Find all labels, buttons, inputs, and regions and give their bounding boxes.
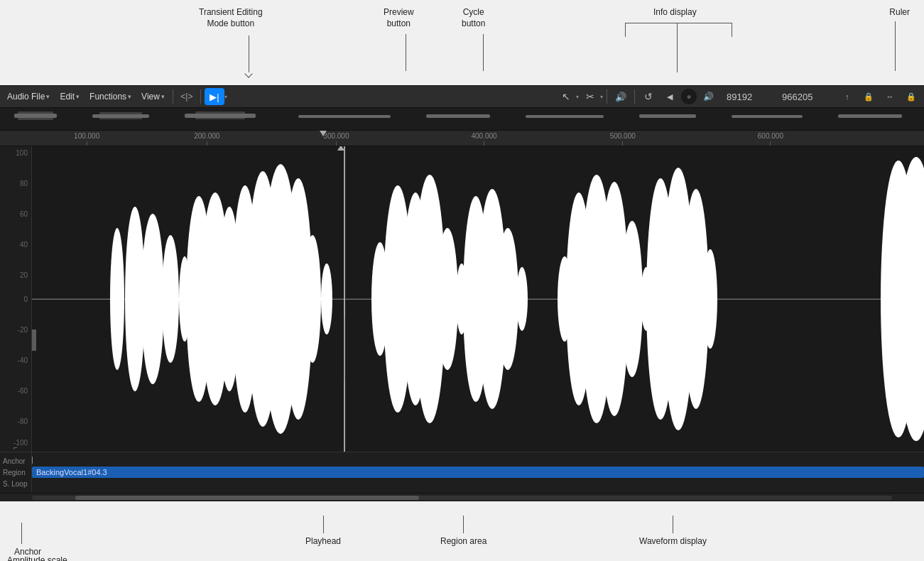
svg-rect-6 [195, 111, 245, 119]
toolbar-separator-4 [634, 89, 635, 104]
view-menu[interactable]: View ▾ [137, 90, 169, 103]
svg-rect-11 [732, 115, 803, 118]
sloop-label: S. Loop [0, 480, 31, 488]
track-labels: Anchor Region S. Loop [0, 452, 32, 493]
overview-waveform-svg [0, 108, 924, 130]
anchor-marker [32, 457, 33, 464]
embed-button[interactable]: <|> [177, 88, 197, 105]
playhead-marker [337, 146, 344, 151]
audio-file-menu[interactable]: Audio File ▾ [3, 90, 54, 103]
svg-rect-2 [18, 111, 53, 120]
ruler-tick-line-600 [770, 141, 771, 146]
ruler-annotation: Ruler [889, 7, 910, 17]
amp-neg60: -60 [18, 387, 28, 395]
svg-rect-7 [298, 115, 391, 118]
waveform-display-annotation: Waveform display [639, 516, 707, 546]
ruler-tick-line-300 [336, 141, 337, 146]
scissors-tool[interactable]: ✂ [580, 88, 600, 105]
track-region-area[interactable]: BackingVocal1#04.3 [32, 452, 924, 493]
amp-100: 100 [16, 148, 28, 156]
ruler-tick-line-500 [622, 141, 623, 146]
ruler-tick-line-100 [87, 141, 87, 146]
anchor-annotation: Anchor [14, 523, 41, 557]
ruler-tick-600: 600.000 [758, 132, 783, 140]
main-area: 100 80 60 40 20 0 -20 -40 -60 -80 -100 ⌐ [0, 146, 924, 452]
cycle-button-annotation: Cycle button [462, 7, 485, 29]
scrollbar-track[interactable] [32, 496, 892, 500]
edit-chevron: ▾ [76, 93, 80, 100]
svg-rect-10 [639, 114, 696, 118]
scrollbar-thumb[interactable] [75, 496, 419, 500]
svg-rect-8 [426, 114, 490, 118]
sloop-track-row [32, 479, 924, 491]
ruler-tick-400: 400.000 [472, 132, 497, 140]
svg-rect-12 [838, 114, 902, 118]
anchor-label: Anchor [0, 457, 31, 465]
ruler-tick-line-200 [207, 141, 207, 146]
zoom-lock[interactable]: 🔒 [859, 88, 879, 105]
svg-rect-9 [526, 115, 604, 118]
info-value-2: 966205 [782, 92, 832, 102]
info-value-1: 89192 [727, 92, 776, 102]
ruler-tick-200: 200.000 [194, 132, 219, 140]
amp-neg20: -20 [18, 326, 28, 334]
track-area: Anchor Region S. Loop BackingVocal1#04.3 [0, 452, 924, 493]
cycle-button[interactable]: ↺ [638, 88, 658, 105]
amp-20: 20 [20, 271, 28, 278]
amp-neg80: -80 [18, 418, 28, 425]
transport-volume[interactable]: 🔊 [698, 88, 718, 105]
preview-button[interactable]: 🔊 [611, 88, 631, 105]
ruler-tick-500: 500.000 [610, 132, 636, 140]
scrollbar-area[interactable] [0, 493, 924, 501]
amp-0: 0 [23, 295, 28, 303]
anchor-track-row [32, 454, 924, 466]
svg-rect-55 [32, 329, 36, 351]
region-area-annotation: Region area [440, 516, 487, 546]
amp-40: 40 [20, 240, 28, 248]
pointer-arrow[interactable]: ▾ [576, 94, 579, 100]
waveform-display[interactable] [32, 146, 924, 452]
playhead-annotation: Playhead [305, 516, 341, 546]
amp-neg40: -40 [18, 356, 28, 364]
region-track-row[interactable]: BackingVocal1#04.3 [32, 467, 924, 478]
toolbar: Audio File ▾ Edit ▾ Functions ▾ View ▾ <… [0, 85, 924, 108]
functions-chevron: ▾ [128, 93, 131, 100]
amp-60: 60 [20, 209, 28, 217]
playhead-line [344, 146, 345, 452]
ruler-tick-100: 100.000 [74, 132, 99, 140]
view-chevron: ▾ [161, 93, 165, 100]
zoom-lock-2[interactable]: 🔒 [901, 88, 921, 105]
bottom-annotations: Anchor Amplitude scale Playhead Region a… [0, 501, 924, 561]
transport-prev[interactable]: ◀ [660, 88, 680, 105]
info-display-annotation: Info display [653, 7, 697, 17]
toolbar-separator-2 [200, 89, 201, 104]
edit-menu[interactable]: Edit ▾ [55, 90, 84, 103]
amplitude-scale-annotation: Amplitude scale [7, 555, 67, 561]
transport-play[interactable]: ● [681, 89, 697, 104]
amp-80: 80 [20, 179, 28, 187]
pointer-tool[interactable]: ↖ [556, 88, 576, 105]
ruler-tick-line-400 [484, 141, 484, 146]
region-block[interactable]: BackingVocal1#04.3 [32, 467, 924, 478]
transient-editing-mode-button[interactable]: ▶| [205, 88, 224, 105]
ruler-tick-300: 300.000 [323, 132, 349, 140]
transient-mode-arrow[interactable]: ▾ [224, 94, 227, 100]
audio-file-chevron: ▾ [46, 93, 50, 100]
zoom-width[interactable]: ↔ [880, 88, 900, 105]
functions-menu[interactable]: Functions ▾ [85, 90, 136, 103]
amplitude-scale: 100 80 60 40 20 0 -20 -40 -60 -80 -100 ⌐ [0, 146, 32, 452]
preview-button-annotation: Preview button [384, 7, 414, 29]
svg-rect-4 [99, 112, 142, 119]
ruler-bar: 100.000 200.000 300.000 400.000 500.000 … [0, 131, 924, 146]
region-name: BackingVocal1#04.3 [36, 468, 107, 476]
region-label: Region [0, 469, 31, 476]
scissors-arrow[interactable]: ▾ [600, 94, 603, 100]
zoom-up[interactable]: ↑ [837, 88, 857, 105]
info-display: 89192 966205 [727, 92, 832, 102]
toolbar-separator-3 [607, 89, 607, 104]
overview-waveform-bar[interactable] [0, 108, 924, 131]
toolbar-separator-1 [173, 89, 173, 104]
zero-line [32, 299, 924, 300]
transient-editing-annotation: Transient Editing Mode button [199, 7, 263, 29]
